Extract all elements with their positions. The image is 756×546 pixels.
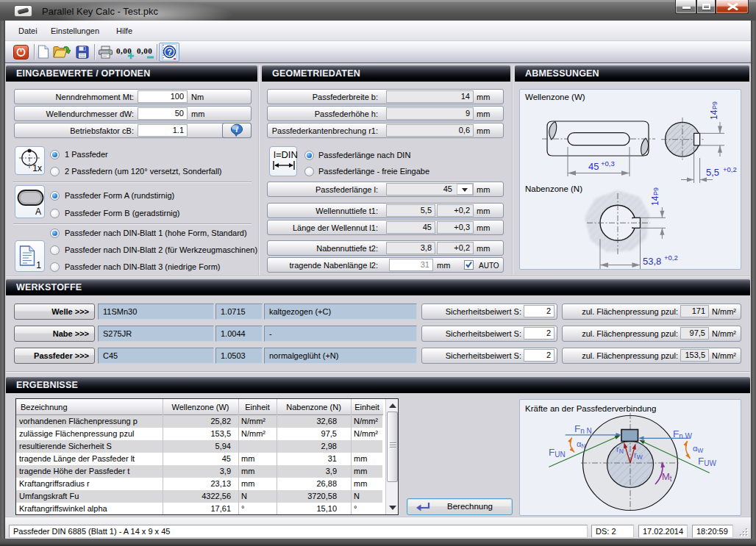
svg-text:14: 14 <box>650 195 660 206</box>
svg-text:FUW: FUW <box>698 456 716 467</box>
svg-text:Kräfte an der Passfederverbind: Kräfte an der Passfederverbindung <box>525 404 656 413</box>
svg-text:+0,2: +0,2 <box>723 165 737 173</box>
svg-text:?: ? <box>167 48 172 57</box>
svg-text:P9: P9 <box>711 101 718 109</box>
svg-text:+0,3: +0,3 <box>601 159 615 168</box>
svg-text:i: i <box>236 126 238 134</box>
svg-text:53,8: 53,8 <box>643 256 661 267</box>
svg-text:Wellenzone (W): Wellenzone (W) <box>525 93 585 101</box>
svg-text:αN: αN <box>577 439 586 450</box>
svg-text:5,5: 5,5 <box>706 167 719 178</box>
svg-text:14: 14 <box>709 109 719 120</box>
svg-text:P9: P9 <box>652 187 660 195</box>
svg-text:Fn N: Fn N <box>574 423 592 435</box>
svg-text:Fn W: Fn W <box>673 428 693 440</box>
svg-text:Nabenzone (N): Nabenzone (N) <box>525 184 582 193</box>
svg-text:45: 45 <box>588 161 599 172</box>
svg-text:αW: αW <box>693 444 703 454</box>
svg-text:+0,2: +0,2 <box>664 254 678 262</box>
svg-text:FUN: FUN <box>549 447 566 459</box>
